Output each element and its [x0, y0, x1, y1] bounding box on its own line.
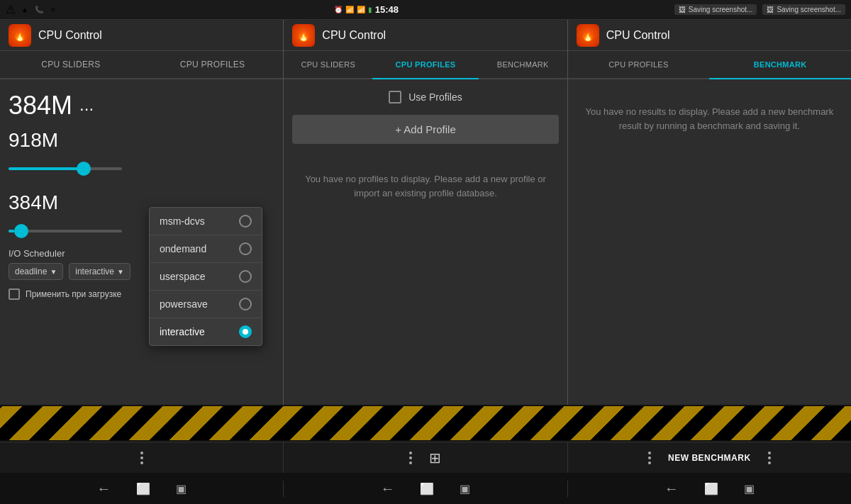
nav-home-1[interactable]: [136, 482, 150, 495]
tab-cpu-profiles-2[interactable]: CPU Profiles: [372, 51, 479, 78]
status-bar-left: ⚠ ▲ 📞 ≡: [6, 5, 58, 15]
nav-back-2[interactable]: [380, 481, 394, 497]
battery-icon: ≡: [48, 5, 58, 15]
io-select-2[interactable]: interactive ▼: [69, 263, 130, 280]
nav-back-1[interactable]: [96, 481, 111, 497]
app-icon-1: 🔥: [9, 24, 31, 47]
min-freq-display: 918M: [9, 129, 274, 152]
status-bar-right: 🖼 Saving screenshot... 🖼 Saving screensh…: [674, 4, 845, 15]
benchmark-panel: You have no results to display. Please a…: [568, 79, 851, 158]
max-freq-display: 384M ···: [9, 91, 274, 121]
menu-dots-2[interactable]: [409, 452, 412, 464]
radio-powersave[interactable]: [239, 298, 252, 310]
nav-section-3: [568, 481, 851, 497]
dropdown-label-ondemand: ondemand: [160, 243, 206, 254]
tab-cpu-profiles-3[interactable]: CPU Profiles: [568, 51, 710, 78]
nav-bar: [0, 473, 851, 504]
max-slider[interactable]: Макс: [9, 160, 274, 177]
io-select-1[interactable]: deadline ▼: [9, 263, 63, 280]
max-slider-track: [9, 167, 122, 170]
max-slider-row: Макс: [9, 160, 274, 177]
tab-bar-3: CPU Profiles Benchmark: [568, 51, 851, 79]
dropdown-label-userspace: userspace: [160, 271, 206, 282]
dropdown-label-powersave: powersave: [160, 298, 208, 310]
chevron-down-icon-1: ▼: [50, 268, 57, 276]
status-time: 15:48: [375, 4, 399, 15]
nav-back-3[interactable]: [664, 481, 679, 497]
min-slider-thumb[interactable]: [14, 224, 28, 238]
menu-dots-3[interactable]: [648, 452, 651, 464]
max-slider-fill: [9, 167, 82, 170]
tab-benchmark-3[interactable]: Benchmark: [709, 51, 851, 78]
hazard-stripe: [0, 405, 851, 442]
app-icon-2: 🔥: [292, 24, 315, 47]
nav-recent-1[interactable]: [176, 482, 187, 495]
tab-cpu-sliders-2[interactable]: CPU Sliders: [284, 51, 372, 78]
app-title-2: CPU Control: [322, 29, 386, 42]
dropdown-item-userspace[interactable]: userspace: [150, 263, 262, 291]
panels-container: 🔥 CPU Control CPU Sliders CPU Profiles 3…: [0, 20, 851, 405]
governor-dropdown[interactable]: msm-dcvs ondemand userspace powersave in…: [149, 207, 262, 346]
min-slider-track: [9, 230, 122, 233]
use-profiles-checkbox[interactable]: [389, 91, 401, 103]
nav-home-2[interactable]: [420, 482, 434, 495]
panel-1-content: 384M ··· 918M Макс: [0, 79, 283, 405]
add-profile-button[interactable]: + Add Profile: [292, 115, 558, 144]
tab-bar-2: CPU Sliders CPU Profiles Benchmark: [284, 51, 567, 79]
max-slider-thumb[interactable]: [77, 162, 91, 176]
tab-cpu-profiles-1[interactable]: CPU Profiles: [142, 51, 284, 78]
dropdown-item-ondemand[interactable]: ondemand: [150, 235, 262, 263]
apply-checkbox[interactable]: [9, 289, 20, 300]
apply-label: Применить при загрузке: [26, 289, 121, 299]
photo-icon: 🖼: [679, 6, 686, 13]
panel-3-content: You have no results to display. Please a…: [568, 79, 851, 405]
dot-1: [140, 452, 143, 454]
action-bar: ⊞ NEW BENCHMARK: [0, 442, 851, 473]
menu-dots-1[interactable]: [140, 452, 143, 464]
status-bar: ⚠ ▲ 📞 ≡ ⏰ 📶 📶 ▮ 15:48 🖼 Saving screensho…: [0, 0, 851, 20]
tab-cpu-sliders-1[interactable]: CPU Sliders: [0, 51, 142, 78]
dot-2: [140, 457, 143, 459]
dot-3: [140, 461, 143, 464]
dropdown-item-msm-dcvs[interactable]: msm-dcvs: [150, 208, 262, 235]
action-bar-section-3: NEW BENCHMARK: [568, 442, 851, 473]
battery-full-icon: ▮: [368, 6, 372, 13]
app-header-2: 🔥 CPU Control: [284, 20, 567, 51]
app-icon-3: 🔥: [577, 24, 599, 47]
tab-bar-1: CPU Sliders CPU Profiles: [0, 51, 283, 79]
screenshot-indicator-1: 🖼 Saving screenshot...: [674, 4, 757, 15]
action-bar-section-1: [0, 442, 284, 473]
dropdown-item-powersave[interactable]: powersave: [150, 291, 262, 318]
new-benchmark-button[interactable]: NEW BENCHMARK: [668, 453, 751, 463]
nav-home-3[interactable]: [704, 482, 718, 495]
action-bar-section-2: ⊞: [284, 442, 567, 473]
radio-interactive[interactable]: [239, 325, 252, 338]
radio-ondemand[interactable]: [239, 242, 252, 255]
radio-userspace[interactable]: [239, 270, 252, 283]
radio-msm-dcvs[interactable]: [239, 215, 252, 228]
nav-section-2: [284, 481, 567, 497]
dropdown-label-msm-dcvs: msm-dcvs: [160, 215, 205, 227]
app-title-3: CPU Control: [606, 29, 670, 42]
status-bar-center: ⏰ 📶 📶 ▮ 15:48: [334, 4, 399, 15]
use-profiles-label: Use Profiles: [408, 91, 462, 103]
panel-2-content: Use Profiles + Add Profile You have no p…: [284, 79, 567, 405]
profiles-panel: Use Profiles + Add Profile You have no p…: [284, 79, 567, 225]
benchmark-empty-message: You have no results to display. Please a…: [577, 91, 842, 147]
profiles-empty-message: You have no profiles to display. Please …: [292, 158, 558, 214]
photo-icon-2: 🖼: [767, 6, 774, 13]
equalizer-icon[interactable]: ⊞: [429, 449, 441, 466]
nav-section-1: [0, 481, 284, 497]
dropdown-item-interactive[interactable]: interactive: [150, 318, 262, 345]
app-title-1: CPU Control: [38, 29, 102, 42]
menu-dots-4[interactable]: [768, 452, 771, 464]
dropdown-label-interactive: interactive: [160, 326, 205, 337]
warning-icon: ⚠: [6, 5, 16, 15]
tab-benchmark-2[interactable]: Benchmark: [479, 51, 567, 78]
panel-2: 🔥 CPU Control CPU Sliders CPU Profiles B…: [284, 20, 567, 405]
wifi-icon: 📶: [345, 6, 354, 13]
use-profiles-row: Use Profiles: [292, 91, 558, 103]
app-header-3: 🔥 CPU Control: [568, 20, 851, 51]
nav-recent-3[interactable]: [744, 482, 755, 495]
nav-recent-2[interactable]: [460, 482, 470, 495]
